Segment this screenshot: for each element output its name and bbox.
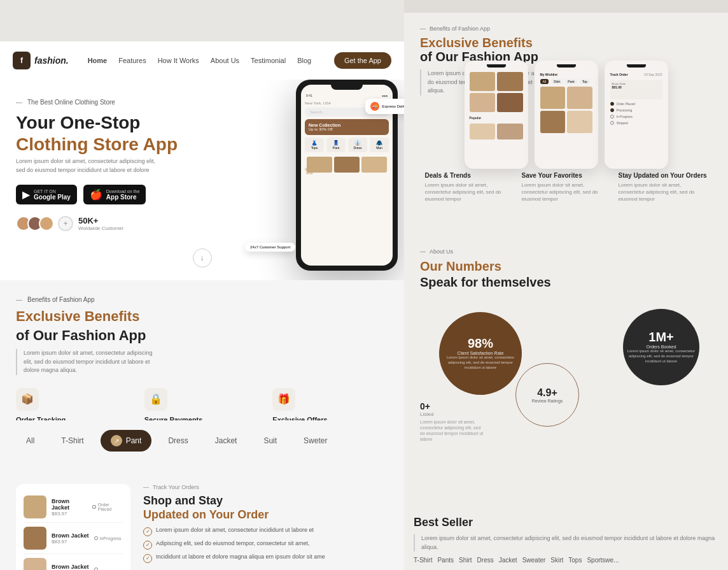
bottom-tag-jacket[interactable]: Jacket: [499, 557, 517, 564]
bottom-tag-skirt[interactable]: Skirt: [550, 557, 563, 564]
customer-info: 50K+ Woldwide Customer: [78, 216, 123, 231]
stat-orders-desc: Lorem ipsum dolor sit amet, consectetur …: [623, 349, 699, 364]
logo-icon: f: [13, 52, 31, 69]
phone-notch-3: [627, 64, 646, 68]
hero-section: The Best Online Clothing Store Your One-…: [0, 80, 404, 280]
nav-features[interactable]: Features: [118, 57, 146, 64]
order-section: Brown Jacket $83.97 Order Placed Brown J…: [0, 474, 404, 570]
cat-suit[interactable]: Suit: [253, 431, 287, 450]
cat-all[interactable]: All: [16, 431, 45, 450]
apple-icon: 🍎: [90, 189, 102, 201]
scroll-down-button[interactable]: ↓: [193, 248, 212, 267]
phone-track-order: Track Order 03 Sep 2023 Brown Suite $81.…: [605, 61, 668, 169]
best-seller-desc: Lorem ipsum dolor sit amet, consectetur …: [414, 534, 718, 552]
bottom-tag-sweater[interactable]: Sweater: [522, 557, 546, 564]
order-name-2: Brown Jacket: [52, 532, 89, 539]
feature-orders: Stay Updated on Your Orders Lorem ipsum …: [619, 172, 708, 203]
hero-subtitle: Lorem ipsum dolor sit amet, consectetur …: [16, 157, 156, 175]
order-item-2: Brown Jacket $83.97 InProgress: [24, 523, 123, 554]
order-card: Brown Jacket $83.97 Order Placed Brown J…: [16, 484, 130, 570]
stat-ratings: 4.9+ Review Ratings: [515, 363, 579, 427]
logo[interactable]: f fashion.: [13, 52, 69, 69]
cat-tshirt[interactable]: T-Shirt: [51, 431, 94, 450]
order-price-2: $83.97: [52, 539, 89, 545]
bottom-tag-tops[interactable]: Tops: [568, 557, 582, 564]
feature-orders-title: Stay Updated on Your Orders: [619, 172, 708, 179]
app-store-button[interactable]: 🍎 Download on the App Store: [83, 185, 146, 204]
cat-dress[interactable]: Dress: [158, 431, 198, 450]
order-name-1: Brown Jacket: [52, 498, 87, 511]
stat-small-left: 0+ Listed Lorem ipsum dolor sit amet, co…: [420, 401, 484, 442]
phone-grid: [305, 155, 389, 175]
google-play-button[interactable]: ▶ GET IT ON Google Play: [16, 185, 77, 204]
cat-sweater[interactable]: Sweter: [293, 431, 337, 450]
cat-arrow-icon: ↗: [111, 435, 122, 446]
nav-how-it-works[interactable]: How It Works: [158, 57, 199, 64]
stat-orders-num: 1M+: [648, 330, 673, 345]
exclusive-offers-icon: 🎁: [272, 388, 295, 411]
hero-title-colored: Clothing Store App: [16, 134, 178, 154]
hero-phone-mockup: 9:41●●● New York, USA Search... New Coll…: [258, 80, 404, 280]
bottom-tag-dress[interactable]: Dress: [477, 557, 494, 564]
check-item-1: ✓ Lorem ipsum dolor sit amet, consectetu…: [143, 527, 388, 536]
status-dot-1: [92, 505, 96, 509]
status-dot-2: [94, 536, 98, 540]
nav-blog[interactable]: Blog: [297, 57, 311, 64]
support-badge: 24x7 Customer Support: [245, 243, 295, 252]
google-play-text: GET IT ON Google Play: [34, 189, 71, 201]
feature-deals-title: Deals & Trends: [425, 172, 514, 179]
phone-wishlist-screen: My Wishlist All Shirt Pant Top: [535, 61, 598, 169]
order-item-1: Brown Jacket $83.97 Order Placed: [24, 492, 123, 523]
feature-favorites-title: Save Your Favorites: [522, 172, 611, 179]
bottom-section: Best Seller Lorem ipsum dolor sit amet, …: [404, 509, 728, 570]
nav-about[interactable]: About Us: [211, 57, 239, 64]
customer-avatars: [16, 216, 50, 231]
stats-area: 98% Client Satisfaction Rate Lorem ipsum…: [420, 299, 712, 484]
benefits-title-plain: of Our Fashion App: [16, 327, 388, 344]
plus-icon: +: [58, 216, 73, 231]
left-panel: f fashion. Home Features How It Works Ab…: [0, 0, 404, 570]
bottom-nav-tags: T-Shirt Pants Shirt Dress Jacket Sweater…: [414, 557, 718, 564]
customer-label: Woldwide Customer: [78, 225, 123, 231]
stat-orders: 1M+ Orders Booked Lorem ipsum dolor sit …: [623, 309, 699, 385]
nav-testimonial[interactable]: Testimonial: [251, 57, 286, 64]
cat-jacket[interactable]: Jacket: [205, 431, 248, 450]
bottom-tag-shirt[interactable]: Shirt: [459, 557, 472, 564]
stat-satisfaction-num: 98%: [468, 336, 493, 351]
nav-links: Home Features How It Works About Us Test…: [88, 57, 334, 64]
bottom-tag-pants[interactable]: Pants: [437, 557, 454, 564]
order-img-3: [24, 558, 46, 570]
bottom-tag-tshirt[interactable]: T-Shirt: [414, 557, 432, 564]
cat-pant[interactable]: ↗ Pant: [101, 430, 152, 452]
feature-favorites-desc: Lorem ipsum dolor sit amet, consectetur …: [522, 182, 611, 203]
check-icon-2: ✓: [143, 541, 152, 550]
phone-deals: Popular: [465, 61, 528, 169]
right-benefits-title-colored: Exclusive Benefits: [420, 36, 712, 50]
order-name-3: Brown Jacket: [52, 564, 89, 570]
order-status-3: [94, 567, 98, 570]
check-icon-3: ✓: [143, 554, 152, 563]
order-img-1: [24, 495, 46, 518]
order-img-2: [24, 527, 46, 550]
right-benefits-tag: Benefits of Fashion App: [420, 25, 712, 32]
phone-categories: 👗Tops 👖Pant 👔Dress 🧥Man: [305, 138, 389, 152]
order-main-title: Shop and Stay: [143, 494, 388, 508]
feature-favorites: Save Your Favorites Lorem ipsum dolor si…: [522, 172, 611, 203]
feature-deals-desc: Lorem ipsum dolor sit amet, consectetur …: [425, 182, 514, 203]
status-dot-3: [94, 567, 98, 570]
google-play-icon: ▶: [22, 189, 30, 201]
benefits-tag: Benefits of Fashion App: [16, 296, 388, 303]
stat-satisfaction: 98% Client Satisfaction Rate Lorem ipsum…: [439, 312, 522, 395]
order-item-3: Brown Jacket $83.97: [24, 554, 123, 570]
about-tag: About Us: [420, 248, 712, 255]
phones-row: Popular My Wishlist All: [404, 61, 728, 169]
features-row: Deals & Trends Lorem ipsum dolor sit ame…: [404, 172, 728, 203]
bottom-tag-sports[interactable]: Sportswe...: [587, 557, 619, 564]
check-icon-1: ✓: [143, 527, 152, 536]
delivery-icon: 🚚: [370, 102, 379, 111]
nav-home[interactable]: Home: [88, 57, 108, 64]
decor-flower: ✿: [304, 162, 315, 178]
phone-deals-screen: Popular: [465, 61, 528, 169]
get-app-button[interactable]: Get the App: [334, 52, 391, 69]
category-tabs: All T-Shirt ↗ Pant Dress Jacket Suit Swe…: [16, 430, 388, 452]
